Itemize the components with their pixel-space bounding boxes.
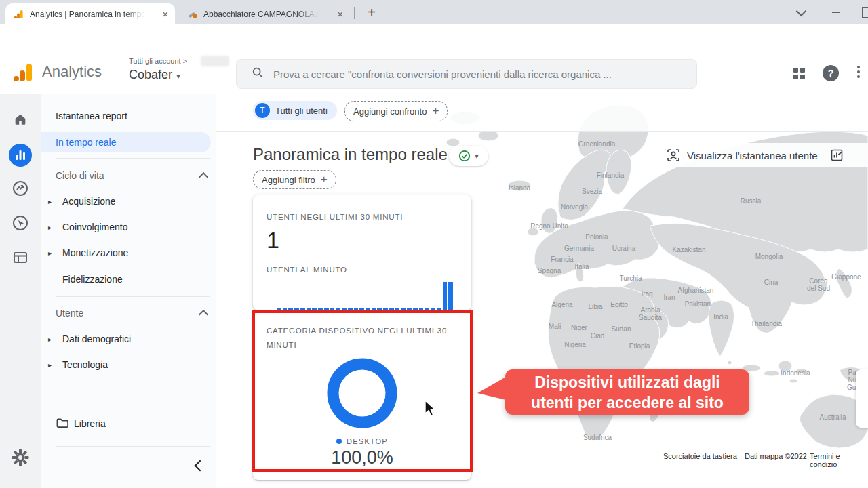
data-quality-badge[interactable]: ▾	[449, 146, 488, 166]
search-icon	[252, 66, 264, 81]
minute-bar	[443, 282, 448, 310]
divider	[56, 296, 210, 297]
customize-report-icon	[830, 148, 844, 162]
expand-arrow-icon[interactable]: ▸	[48, 249, 52, 257]
sidebar-item-tecnologia[interactable]: Tecnologia	[62, 359, 108, 370]
check-circle-icon	[458, 150, 471, 162]
advertising-icon[interactable]	[12, 215, 28, 234]
add-comparison-button[interactable]: Aggiungi confronto +	[344, 101, 448, 121]
expand-arrow-icon[interactable]: ▸	[48, 198, 52, 205]
minute-bar	[448, 282, 453, 310]
search-placeholder: Prova a cercare "confronta conversioni p…	[273, 68, 612, 80]
expand-arrow-icon[interactable]: ▸	[48, 361, 52, 369]
explore-icon[interactable]	[12, 180, 28, 199]
annotation-highlight-box	[252, 310, 473, 472]
callout-text: Dispositivi utilizzati dagli utenti per …	[531, 372, 724, 413]
tab-title: Abbacchiatore CAMPAGNOLA A	[203, 9, 319, 19]
tab-abbacchiatore[interactable]: Abbacchiatore CAMPAGNOLA A ×	[179, 3, 350, 24]
plus-icon: +	[432, 104, 439, 118]
sidebar-item-snapshot[interactable]: Istantanea report	[56, 110, 127, 121]
map-attribution-item[interactable]: Dati mappa ©2022	[745, 452, 807, 460]
tab-analytics[interactable]: Analytics | Panoramica in tempo ×	[5, 3, 175, 24]
chip-avatar: T	[255, 103, 270, 118]
admin-gear-icon[interactable]	[12, 449, 29, 469]
realtime-users-card: UTENTI NEGLI ULTIMI 30 MINUTI 1 UTENTI A…	[253, 195, 471, 310]
sidebar-item-monetizzazione[interactable]: Monetizzazione	[62, 247, 128, 258]
reports-sidebar: Istantanea report In tempo reale Ciclo d…	[41, 94, 216, 488]
browser-tab-strip: Analytics | Panoramica in tempo × Abbacc…	[0, 0, 868, 24]
header-divider	[121, 59, 121, 85]
tab-search-chevron-icon[interactable]	[796, 5, 807, 16]
plus-icon: +	[321, 173, 328, 186]
section-ciclo-di-vita[interactable]: Ciclo di vita	[56, 170, 104, 181]
tab-close-icon[interactable]: ×	[162, 9, 168, 19]
new-tab-button[interactable]: +	[362, 3, 381, 22]
users-per-minute-label: UTENTI AL MINUTO	[267, 263, 458, 277]
main-content: GroenlandiaIslandaFinlandiaSveziaNorvegi…	[216, 94, 868, 488]
search-input[interactable]: Prova a cercare "confronta conversioni p…	[236, 59, 697, 89]
tool-favicon-icon	[187, 9, 198, 20]
browser-toolbar: ← → analytics.google.com/analytics/web/p…	[0, 24, 868, 51]
tab-close-icon[interactable]: ×	[337, 9, 343, 19]
maximize-button[interactable]	[862, 7, 868, 18]
collapse-sidebar-icon[interactable]	[195, 460, 206, 472]
sidebar-item-realtime-selected[interactable]: In tempo reale	[41, 132, 211, 152]
account-caret-icon: ▾	[176, 71, 180, 81]
map-attribution-item[interactable]: Scorciatoie da tastiera	[663, 452, 737, 460]
mouse-cursor	[425, 400, 437, 418]
map-control-panel[interactable]	[856, 369, 868, 428]
user-snapshot-label: Visualizza l'istantanea utente	[687, 150, 818, 161]
accounts-breadcrumb[interactable]: Tutti gli account >	[129, 57, 187, 65]
analytics-logo-icon	[12, 61, 35, 87]
configure-icon[interactable]	[12, 249, 28, 268]
users-per-minute-chart	[277, 281, 453, 310]
sidebar-item-libreria[interactable]: Libreria	[74, 418, 106, 429]
callout-tail	[477, 375, 506, 401]
chevron-up-icon[interactable]	[199, 310, 208, 319]
add-filter-button[interactable]: Aggiungi filtro +	[253, 170, 336, 189]
divider	[56, 446, 210, 447]
diagnostics-grid-icon[interactable]	[793, 68, 805, 79]
more-menu-icon[interactable]	[857, 66, 860, 80]
users-30min-value: 1	[267, 227, 458, 253]
expand-arrow-icon[interactable]: ▸	[48, 224, 52, 231]
account-picker[interactable]: Cobafer▾	[129, 68, 180, 82]
page-title: Panoramica in tempo reale	[253, 145, 448, 164]
library-folder-icon	[56, 418, 69, 431]
reports-icon-active[interactable]	[8, 143, 33, 170]
analytics-header: Analytics Tutti gli account > Cobafer▾ P…	[0, 50, 868, 94]
redacted-account	[201, 56, 229, 66]
map-attribution-item[interactable]: Termini e condizio	[810, 452, 868, 468]
users-30min-label: UTENTI NEGLI ULTIMI 30 MINUTI	[267, 210, 458, 224]
tab-title: Analytics | Panoramica in tempo	[30, 9, 145, 19]
nav-rail	[0, 94, 41, 488]
expand-arrow-icon[interactable]: ▸	[48, 336, 52, 343]
annotation-callout: Dispositivi utilizzati dagli utenti per …	[505, 369, 749, 415]
caret-down-icon: ▾	[475, 152, 479, 161]
home-icon[interactable]	[13, 112, 28, 129]
analytics-favicon-icon	[14, 9, 24, 20]
minimize-button[interactable]	[832, 12, 840, 13]
all-users-chip[interactable]: T Tutti gli utenti	[253, 101, 337, 120]
sidebar-item-dati-demografici[interactable]: Dati demografici	[62, 333, 131, 344]
user-snapshot-bar[interactable]: Visualizza l'istantanea utente	[661, 143, 868, 167]
chip-label: Tutti gli utenti	[275, 106, 328, 116]
screenshot-root: { "icons": { "back": "←", "forward": "→"…	[0, 0, 868, 488]
section-utente[interactable]: Utente	[56, 308, 83, 319]
divider	[56, 158, 210, 159]
tab-separator	[354, 7, 355, 19]
analytics-brand: Analytics	[42, 63, 102, 81]
sidebar-item-coinvolgimento[interactable]: Coinvolgimento	[62, 222, 128, 232]
sidebar-item-fidelizzazione[interactable]: Fidelizzazione	[62, 274, 123, 285]
help-icon[interactable]: ?	[823, 65, 839, 81]
user-snapshot-icon	[667, 148, 680, 162]
chevron-up-icon[interactable]	[199, 172, 208, 182]
sidebar-item-acquisizione[interactable]: Acquisizione	[62, 196, 116, 207]
